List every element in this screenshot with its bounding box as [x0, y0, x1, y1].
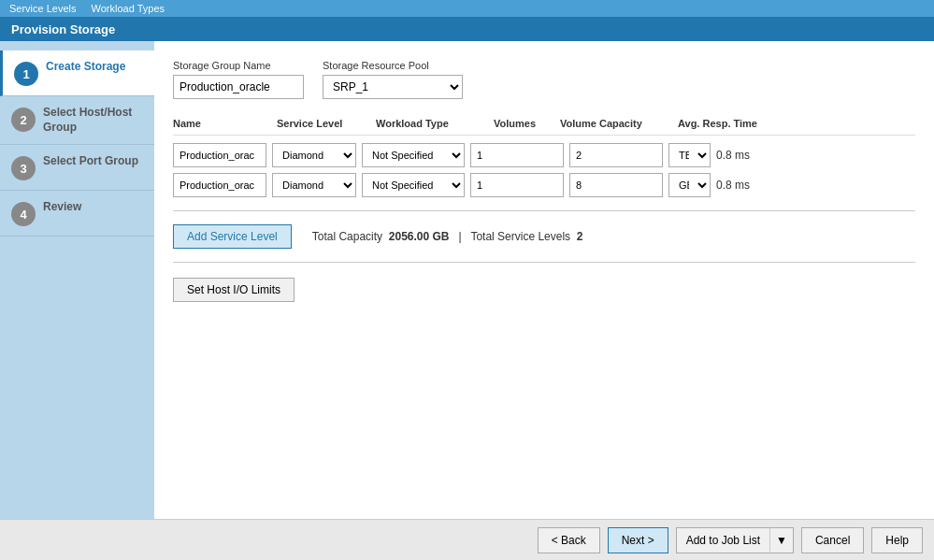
row2-workload-type-select[interactable]: Not SpecifiedDSSOLTPDSS_REPOLTP_REP	[362, 173, 465, 197]
row2-name-input[interactable]	[173, 173, 266, 197]
tab-workload-types[interactable]: Workload Types	[92, 3, 165, 14]
sidebar-step-1[interactable]: 1 Create Storage	[0, 50, 154, 96]
col-header-volumes: Volumes	[494, 118, 554, 129]
row1-avg-resp-time: 0.8 ms	[716, 149, 772, 162]
divider-2	[173, 262, 915, 263]
row2-service-level-select[interactable]: DiamondGoldSilverBronzeOptimizedNone	[272, 173, 356, 197]
step-number-1: 1	[14, 62, 38, 86]
top-form-row: Storage Group Name Storage Resource Pool…	[173, 60, 915, 99]
add-to-job-list-container: Add to Job List ▼	[676, 527, 794, 553]
table-row: DiamondGoldSilverBronzeOptimizedNone Not…	[173, 143, 915, 167]
sidebar-step-label-3: Select Port Group	[43, 154, 138, 169]
col-header-service-level: Service Level	[277, 118, 370, 129]
col-header-volume-capacity: Volume Capacity	[560, 118, 672, 129]
col-header-name: Name	[173, 118, 271, 129]
row2-avg-resp-time: 0.8 ms	[716, 179, 772, 192]
srp-group: Storage Resource Pool SRP_1 SRP_2	[323, 60, 463, 99]
storage-group-name-group: Storage Group Name	[173, 60, 304, 99]
total-service-levels-label: Total Service Levels	[470, 230, 570, 243]
row1-workload-type-select[interactable]: Not SpecifiedDSSOLTPDSS_REPOLTP_REP	[362, 143, 465, 167]
step-number-4: 4	[11, 202, 36, 226]
col-header-avg-resp-time: Avg. Resp. Time	[678, 118, 771, 129]
footer: < Back Next > Add to Job List ▼ Cancel H…	[0, 519, 934, 560]
top-tab-bar: Service Levels Workload Types	[0, 0, 934, 17]
step-number-3: 3	[11, 156, 36, 180]
row1-volumes-input[interactable]	[470, 143, 564, 167]
row1-name-input[interactable]	[173, 143, 266, 167]
add-to-job-list-button[interactable]: Add to Job List	[676, 527, 769, 553]
total-service-levels-value: 2	[577, 230, 583, 243]
row1-capacity-value-input[interactable]	[569, 143, 663, 167]
sidebar-step-2[interactable]: 2 Select Host/Host Group	[0, 96, 154, 145]
io-limits-section: Set Host I/O Limits	[173, 278, 915, 302]
row2-capacity-unit-select[interactable]: TBGBMB	[668, 173, 711, 197]
table-row: DiamondGoldSilverBronzeOptimizedNone Not…	[173, 173, 915, 197]
row1-service-level-select[interactable]: DiamondGoldSilverBronzeOptimizedNone	[272, 143, 356, 167]
sidebar: 1 Create Storage 2 Select Host/Host Grou…	[0, 41, 154, 519]
add-service-level-button[interactable]: Add Service Level	[173, 224, 292, 249]
table-header: Name Service Level Workload Type Volumes…	[173, 112, 915, 136]
row2-volumes-input[interactable]	[470, 173, 564, 197]
row2-capacity-value-input[interactable]	[569, 173, 663, 197]
next-button[interactable]: Next >	[608, 527, 668, 553]
sidebar-step-label-2: Select Host/Host Group	[43, 106, 143, 135]
tab-service-levels[interactable]: Service Levels	[9, 3, 77, 14]
sidebar-step-4[interactable]: 4 Review	[0, 191, 154, 237]
sidebar-step-label-4: Review	[43, 200, 81, 215]
row1-capacity-unit-select[interactable]: TBGBMB	[668, 143, 711, 167]
cancel-button[interactable]: Cancel	[801, 527, 864, 553]
sidebar-step-label-1: Create Storage	[46, 60, 125, 75]
srp-select[interactable]: SRP_1 SRP_2	[323, 75, 463, 99]
bottom-actions: Add Service Level Total Capacity 2056.00…	[173, 224, 915, 249]
total-capacity-label: Total Capacity	[312, 230, 382, 243]
set-host-io-limits-button[interactable]: Set Host I/O Limits	[173, 278, 295, 302]
step-number-2: 2	[11, 108, 36, 132]
back-button[interactable]: < Back	[538, 527, 600, 553]
header-bar: Provision Storage	[0, 17, 934, 41]
total-capacity-value: 2056.00 GB	[389, 230, 450, 243]
main-container: 1 Create Storage 2 Select Host/Host Grou…	[0, 41, 934, 519]
add-to-job-list-arrow[interactable]: ▼	[769, 527, 794, 553]
storage-group-name-input[interactable]	[173, 75, 304, 99]
sidebar-step-3[interactable]: 3 Select Port Group	[0, 145, 154, 191]
storage-group-name-label: Storage Group Name	[173, 60, 304, 71]
srp-label: Storage Resource Pool	[323, 60, 463, 71]
help-button[interactable]: Help	[871, 527, 923, 553]
content-area: Storage Group Name Storage Resource Pool…	[154, 41, 934, 519]
page-title: Provision Storage	[11, 22, 115, 36]
col-header-workload-type: Workload Type	[376, 118, 488, 129]
divider-1	[173, 210, 915, 211]
